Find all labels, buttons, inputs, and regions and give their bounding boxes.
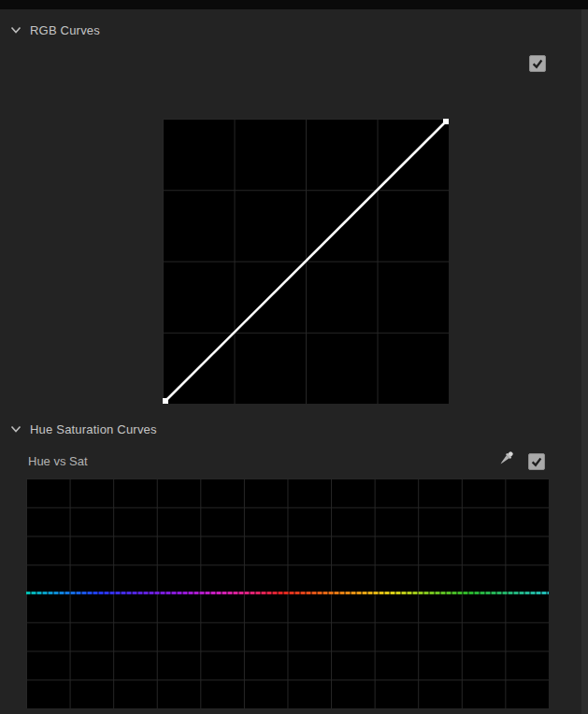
rgb-curves-bypass-checkbox[interactable]	[529, 55, 546, 72]
rgb-curve-plot	[163, 119, 449, 404]
rgb-curves-title: RGB Curves	[30, 23, 100, 37]
eyedropper-icon	[495, 449, 516, 469]
chevron-down-icon	[10, 26, 22, 35]
hue-vs-sat-label: Hue vs Sat	[28, 454, 88, 468]
scrollbar-track[interactable]	[581, 9, 588, 714]
hue-sat-curves-title: Hue Saturation Curves	[30, 422, 157, 436]
checkmark-icon	[530, 455, 543, 468]
hue-sat-curves-section-header[interactable]: Hue Saturation Curves	[10, 422, 157, 436]
rgb-curve-editor[interactable]	[163, 119, 449, 404]
top-edge-strip	[0, 0, 588, 9]
lumetri-curves-panel: RGB Curves Hue Saturation Curves Hue vs …	[0, 0, 588, 714]
eyedropper-button[interactable]	[495, 449, 516, 469]
hue-spectrum-line[interactable]	[26, 592, 549, 594]
curve-point-start	[163, 398, 168, 404]
master-curve-line	[165, 121, 446, 401]
channel-selector	[0, 87, 588, 109]
rgb-curves-section-header[interactable]: RGB Curves	[10, 23, 100, 37]
checkmark-icon	[531, 57, 544, 70]
curve-point-end	[443, 119, 449, 124]
hue-vs-sat-curve-editor[interactable]	[26, 478, 549, 708]
hue-vs-sat-bypass-checkbox[interactable]	[528, 453, 545, 470]
chevron-down-icon	[10, 425, 22, 434]
